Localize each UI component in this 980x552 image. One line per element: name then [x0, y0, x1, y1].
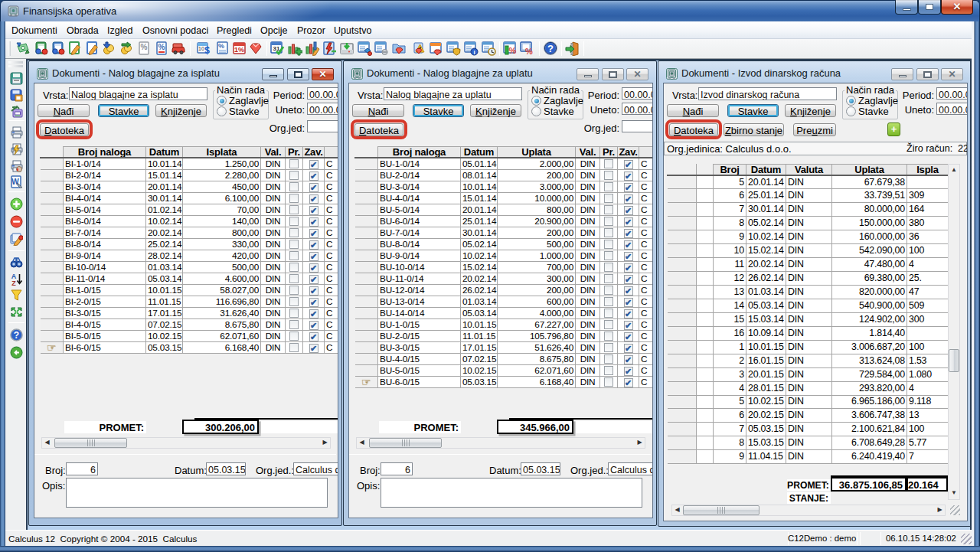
svg-text:%: % [158, 43, 165, 51]
svg-text:$: $ [204, 45, 210, 56]
svg-text:%: % [509, 46, 517, 55]
svg-text:%: % [525, 47, 533, 56]
svg-text:?: ? [547, 43, 554, 54]
svg-text:%: % [141, 43, 148, 51]
svg-text:i: i [473, 49, 475, 56]
svg-text:?: ? [14, 330, 19, 341]
svg-text:%: % [217, 42, 224, 50]
svg-text:10: 10 [198, 46, 204, 51]
svg-text:Z: Z [11, 279, 16, 286]
svg-text:1%: 1% [234, 46, 244, 54]
